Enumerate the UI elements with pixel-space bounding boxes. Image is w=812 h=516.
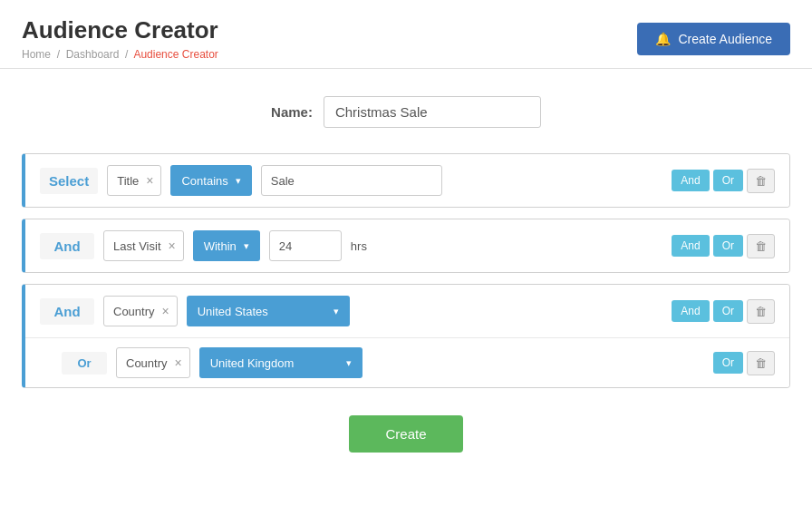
condition-3-field-remove[interactable]: × [155,297,177,326]
condition-3-sub-delete-button[interactable]: 🗑 [747,351,775,375]
condition-2-and-button[interactable]: And [672,235,709,257]
condition-3-and-button[interactable]: And [672,300,709,322]
chevron-down-icon-3: ▾ [334,306,339,317]
condition-1-and-button[interactable]: And [672,170,709,191]
create-audience-button[interactable]: 🔔 Create Audience [637,23,790,55]
condition-3-field-tag: Country × [103,296,178,326]
name-input[interactable] [324,96,541,128]
condition-3-sub-operator[interactable]: United Kingdom ▾ [199,347,362,378]
condition-1-or-button[interactable]: Or [713,170,743,191]
condition-3-delete-button[interactable]: 🗑 [747,299,775,324]
page-title: Audience Creator [22,16,218,44]
condition-2-unit: hrs [351,239,367,253]
condition-2-label: And [40,233,94,259]
condition-3-sub-field-tag: Country × [116,347,190,378]
condition-3-label: And [40,298,94,325]
condition-2-field: Last Visit [113,239,161,253]
condition-3-sub-field: Country [126,356,168,370]
condition-1-delete-button[interactable]: 🗑 [747,169,775,193]
condition-3-actions: And Or 🗑 [672,299,775,324]
condition-1-field-tag: Title × [107,165,161,196]
condition-2-actions: And Or 🗑 [672,234,775,258]
create-button-row: Create [22,415,790,453]
main-content: Name: Select Title × Contains ▾ And Or 🗑 [0,69,812,480]
condition-3-sub-or-button[interactable]: Or [713,352,743,374]
condition-3-operator[interactable]: United States ▾ [187,296,350,326]
name-label: Name: [271,104,313,120]
condition-1-field-remove[interactable]: × [139,166,160,195]
chevron-down-icon: ▾ [236,175,241,187]
condition-row-2: And Last Visit × Within ▾ hrs And Or 🗑 [22,219,790,273]
breadcrumb-dashboard[interactable]: Dashboard [66,48,120,61]
condition-1-field: Title [117,174,139,188]
condition-2-or-button[interactable]: Or [713,235,743,257]
condition-row-1-inner: Select Title × Contains ▾ And Or 🗑 [25,154,789,207]
header-left: Audience Creator Home / Dashboard / Audi… [22,16,218,61]
condition-row-3: And Country × United States ▾ And Or 🗑 O… [22,284,790,388]
name-row: Name: [22,96,790,128]
condition-3-sub-label: Or [62,352,107,375]
condition-1-value[interactable] [261,165,442,196]
condition-2-field-tag: Last Visit × [103,230,184,261]
breadcrumb-current: Audience Creator [133,48,218,61]
condition-1-label: Select [40,168,98,194]
condition-1-actions: And Or 🗑 [672,169,775,193]
chevron-down-icon-4: ▾ [346,357,352,369]
condition-3-or-button[interactable]: Or [713,300,743,322]
condition-2-operator[interactable]: Within ▾ [193,230,260,261]
condition-row-1: Select Title × Contains ▾ And Or 🗑 [22,153,790,208]
breadcrumb: Home / Dashboard / Audience Creator [22,48,218,61]
condition-2-delete-button[interactable]: 🗑 [747,234,775,258]
condition-row-3-inner: And Country × United States ▾ And Or 🗑 [25,285,789,337]
bell-icon: 🔔 [655,32,671,46]
header: Audience Creator Home / Dashboard / Audi… [0,0,812,69]
condition-3-field: Country [113,305,155,318]
condition-2-field-remove[interactable]: × [161,231,183,260]
condition-row-2-inner: And Last Visit × Within ▾ hrs And Or 🗑 [25,219,789,272]
breadcrumb-home[interactable]: Home [22,48,51,61]
chevron-down-icon-2: ▾ [244,240,249,252]
condition-3-sub-actions: Or 🗑 [713,351,775,375]
condition-3-sub-row: Or Country × United Kingdom ▾ Or 🗑 [25,337,789,387]
condition-2-value[interactable] [269,230,342,261]
create-button[interactable]: Create [349,415,462,453]
condition-3-sub-field-remove[interactable]: × [168,348,189,377]
condition-1-operator[interactable]: Contains ▾ [170,165,251,196]
